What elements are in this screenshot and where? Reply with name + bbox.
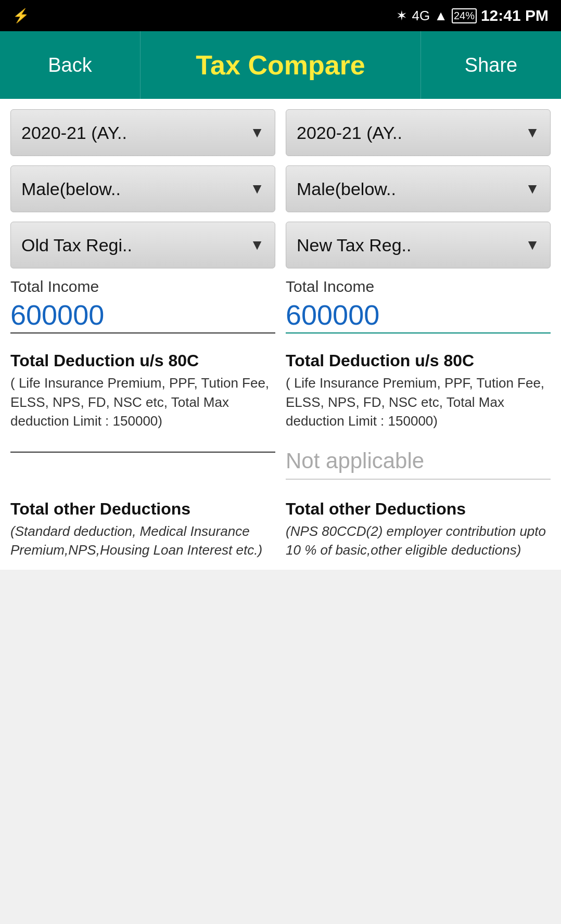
nav-bar: Back Tax Compare Share: [0, 31, 561, 99]
right-regime-dropdown-wrapper: New Tax Reg.. ▼: [286, 222, 551, 268]
right-deduction-col: Total Deduction u/s 80C ( Life Insurance…: [286, 351, 551, 482]
left-regime-arrow-icon: ▼: [250, 237, 264, 253]
4g-label: 4G: [412, 8, 430, 24]
left-year-dropdown[interactable]: 2020-21 (AY.. ▼: [10, 109, 275, 156]
left-deduction-desc: ( Life Insurance Premium, PPF, Tution Fe…: [10, 374, 275, 430]
left-other-deduction-desc: (Standard deduction, Medical Insurance P…: [10, 522, 275, 560]
left-income-input-wrapper: 600000: [10, 300, 275, 337]
signal-icon: ▲: [434, 8, 448, 24]
right-deduction-input-wrapper: Not applicable: [286, 438, 551, 483]
right-other-deduction-title: Total other Deductions: [286, 499, 551, 519]
left-income-underline: [10, 332, 275, 333]
page-title: Tax Compare: [141, 49, 420, 81]
main-content: 2020-21 (AY.. ▼ 2020-21 (AY.. ▼ Male(bel…: [0, 99, 561, 570]
status-bar: ⚡ ✶ 4G ▲ 24% 12:41 PM: [0, 0, 561, 31]
right-income-input-wrapper: 600000: [286, 300, 551, 337]
left-income-label: Total Income: [10, 278, 275, 296]
right-gender-dropdown-wrapper: Male(below.. ▼: [286, 165, 551, 212]
right-income-label: Total Income: [286, 278, 551, 296]
left-gender-dropdown-wrapper: Male(below.. ▼: [10, 165, 275, 212]
left-deduction-input[interactable]: [10, 452, 275, 453]
right-year-arrow-icon: ▼: [525, 124, 540, 141]
left-year-arrow-icon: ▼: [250, 124, 264, 141]
other-deduction-row: Total other Deductions (Standard deducti…: [10, 499, 551, 560]
right-other-deduction-desc: (NPS 80CCD(2) employer contribution upto…: [286, 522, 551, 560]
not-applicable-underline: [286, 479, 551, 480]
left-regime-dropdown[interactable]: Old Tax Regi.. ▼: [10, 222, 275, 268]
right-income-col: Total Income 600000: [286, 278, 551, 337]
left-income-value[interactable]: 600000: [10, 300, 275, 330]
right-income-value[interactable]: 600000: [286, 300, 551, 330]
not-applicable-text: Not applicable: [286, 438, 551, 479]
right-gender-dropdown[interactable]: Male(below.. ▼: [286, 165, 551, 212]
right-year-dropdown[interactable]: 2020-21 (AY.. ▼: [286, 109, 551, 156]
back-button[interactable]: Back: [0, 31, 141, 99]
battery-icon: 24%: [452, 8, 477, 23]
right-gender-arrow-icon: ▼: [525, 181, 540, 197]
time-display: 12:41 PM: [481, 7, 549, 24]
left-regime-dropdown-wrapper: Old Tax Regi.. ▼: [10, 222, 275, 268]
status-bar-left: ⚡: [12, 8, 29, 24]
left-deduction-title: Total Deduction u/s 80C: [10, 351, 275, 370]
right-regime-dropdown[interactable]: New Tax Reg.. ▼: [286, 222, 551, 268]
regime-dropdown-row: Old Tax Regi.. ▼ New Tax Reg.. ▼: [10, 222, 551, 268]
status-icons: ✶ 4G ▲ 24% 12:41 PM: [396, 7, 549, 24]
left-other-deduction-col: Total other Deductions (Standard deducti…: [10, 499, 275, 560]
right-income-underline: [286, 332, 551, 333]
bluetooth-icon: ✶: [396, 8, 407, 24]
left-gender-dropdown[interactable]: Male(below.. ▼: [10, 165, 275, 212]
right-other-deduction-col: Total other Deductions (NPS 80CCD(2) emp…: [286, 499, 551, 560]
right-year-dropdown-wrapper: 2020-21 (AY.. ▼: [286, 109, 551, 156]
left-income-col: Total Income 600000: [10, 278, 275, 337]
left-other-deduction-title: Total other Deductions: [10, 499, 275, 519]
left-deduction-col: Total Deduction u/s 80C ( Life Insurance…: [10, 351, 275, 482]
right-deduction-title: Total Deduction u/s 80C: [286, 351, 551, 370]
deduction-row: Total Deduction u/s 80C ( Life Insurance…: [10, 351, 551, 482]
income-row: Total Income 600000 Total Income 600000: [10, 278, 551, 337]
year-dropdown-row: 2020-21 (AY.. ▼ 2020-21 (AY.. ▼: [10, 109, 551, 156]
left-year-dropdown-wrapper: 2020-21 (AY.. ▼: [10, 109, 275, 156]
right-regime-arrow-icon: ▼: [525, 237, 540, 253]
usb-icon: ⚡: [12, 8, 29, 24]
gender-dropdown-row: Male(below.. ▼ Male(below.. ▼: [10, 165, 551, 212]
left-gender-arrow-icon: ▼: [250, 181, 264, 197]
share-button[interactable]: Share: [420, 31, 561, 99]
right-deduction-desc: ( Life Insurance Premium, PPF, Tution Fe…: [286, 374, 551, 430]
